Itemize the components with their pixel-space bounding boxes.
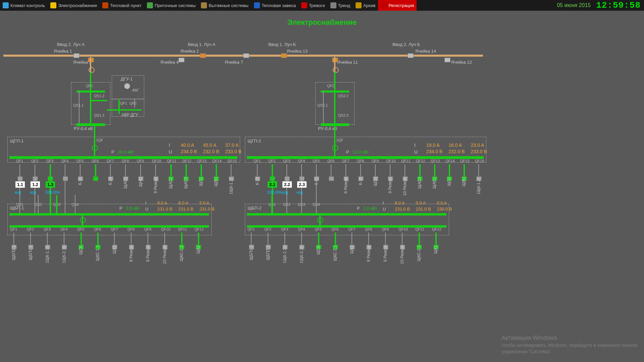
feeder-qf[interactable]: QF7 xyxy=(111,227,118,231)
feeder-qf[interactable]: QF14 xyxy=(212,159,222,163)
feeder-qf[interactable]: QF2 xyxy=(31,159,38,163)
sw-qs11[interactable]: QS1.1 xyxy=(73,103,84,107)
breaker-icon[interactable] xyxy=(243,53,249,58)
load-icon[interactable] xyxy=(17,176,23,181)
sw-1qf-l[interactable]: 1QF xyxy=(96,138,103,142)
feeder-qf[interactable]: QF3 xyxy=(46,159,53,163)
closed-breaker-icon[interactable] xyxy=(332,145,338,151)
feeder-qf[interactable]: QF1 xyxy=(10,227,17,231)
nav-1[interactable]: Электроснабжение xyxy=(48,0,100,11)
feeder-qf[interactable]: QF12 xyxy=(182,159,192,163)
load-icon[interactable] xyxy=(93,176,98,181)
feeder-qf[interactable]: QF2 xyxy=(27,227,34,231)
nav-8[interactable]: Архив xyxy=(353,0,378,11)
feeder-qf[interactable]: QF10 xyxy=(161,227,170,231)
feeder-qf[interactable]: QF7 xyxy=(107,159,114,163)
feeder-qf[interactable]: QF15 xyxy=(460,159,470,163)
breaker-icon[interactable] xyxy=(281,53,287,58)
ups-tag[interactable]: 1.3 xyxy=(46,181,55,188)
sw-1qf-r[interactable]: 1QF xyxy=(336,138,343,142)
feeder-qf[interactable]: QF9 xyxy=(144,227,151,231)
feeder-qf[interactable]: QF5 xyxy=(76,159,84,163)
feeder-qf[interactable]: QF9 xyxy=(372,159,379,163)
feeder-qf[interactable]: QF10 xyxy=(386,159,396,163)
sw-qs21[interactable]: QS2.1 xyxy=(317,103,328,107)
breaker-icon[interactable] xyxy=(408,53,414,58)
feeder-qf[interactable]: QF3 xyxy=(281,227,288,231)
nav-3[interactable]: Приточные системы xyxy=(144,0,198,11)
feeder-qf[interactable]: QF1 xyxy=(16,159,23,163)
feeder-qf[interactable]: QF3 xyxy=(283,159,290,163)
feeder-qf[interactable]: QF5 xyxy=(315,227,322,231)
load-icon[interactable] xyxy=(33,176,38,181)
nav-5[interactable]: Тепловая завеса xyxy=(251,0,299,11)
feeder-qf[interactable]: QF7 xyxy=(342,159,349,163)
feeder-qf[interactable]: QF6 xyxy=(327,159,334,163)
feeder-qf[interactable]: QF9 xyxy=(382,227,389,231)
ups-tag[interactable]: 2.3 xyxy=(297,181,307,188)
nav-0[interactable]: Климат-контроль xyxy=(0,0,48,11)
breaker-icon[interactable] xyxy=(73,53,79,58)
closed-breaker-icon[interactable] xyxy=(92,145,98,151)
sw-qs23[interactable]: QS2.3 xyxy=(338,113,348,117)
closed-breaker-icon[interactable] xyxy=(317,217,323,223)
sw-qf1[interactable]: QF1 xyxy=(86,84,93,88)
breaker-icon[interactable] xyxy=(444,58,450,62)
feeder-qf[interactable]: QF11 xyxy=(178,227,187,231)
ups-tag[interactable]: 2.1 xyxy=(268,181,277,188)
sw-qs22[interactable]: QS2.2 xyxy=(338,94,348,98)
feeder-qf[interactable]: QF4 xyxy=(298,227,305,231)
feeder-qf[interactable]: QF8 xyxy=(127,227,135,231)
sw-dqf1[interactable]: QF1 xyxy=(120,101,127,105)
feeder-qf[interactable]: QF4 xyxy=(298,159,305,163)
feeder-qf[interactable]: QF1 xyxy=(248,227,255,231)
nav-4[interactable]: Вытяжные системы xyxy=(198,0,251,11)
feeder-qf[interactable]: QF13 xyxy=(197,159,207,163)
feeder-qf[interactable]: QF5 xyxy=(77,227,84,231)
feeder-qf[interactable]: QF12 xyxy=(195,227,204,231)
feeder-qf[interactable]: QF2 xyxy=(268,159,275,163)
feeder-qf[interactable]: QF13 xyxy=(431,159,440,163)
feeder-qf[interactable]: QF12 xyxy=(432,227,441,231)
feeder-qf[interactable]: QF11 xyxy=(415,227,425,231)
feeder-qf[interactable]: QF6 xyxy=(92,159,99,163)
ups-tag[interactable]: 2.2 xyxy=(282,181,292,188)
breaker-icon[interactable] xyxy=(200,53,206,58)
feeder-qf[interactable]: QF2 xyxy=(264,227,271,231)
feeder-qf[interactable]: QF11 xyxy=(401,159,411,163)
feeder-qf[interactable]: QF9 xyxy=(137,159,144,163)
feeder-qf[interactable]: QF3 xyxy=(44,227,51,231)
load-icon[interactable] xyxy=(284,176,290,181)
sw-qs13[interactable]: QS1.3 xyxy=(94,113,104,117)
sw-dqf2[interactable]: QF2 xyxy=(129,101,137,105)
sw-qf2[interactable]: QF2 xyxy=(327,84,334,88)
feeder-qf[interactable]: QF16 xyxy=(475,159,484,163)
ups-tag[interactable]: 1.2 xyxy=(31,181,40,188)
ups-tag[interactable]: 1.1 xyxy=(15,181,25,188)
feeder-qf[interactable]: QF10 xyxy=(152,159,161,163)
feeder-qf[interactable]: QF8 xyxy=(357,159,364,163)
feeder-qf[interactable]: QF4 xyxy=(60,227,67,231)
feeder-qf[interactable]: QF6 xyxy=(94,227,101,231)
feeder-qf[interactable]: QF15 xyxy=(227,159,237,163)
feeder-qf[interactable]: QF8 xyxy=(122,159,129,163)
feeder-qf[interactable]: QF7 xyxy=(348,227,355,231)
closed-breaker-icon[interactable] xyxy=(80,217,86,223)
feeder-qf[interactable]: QF5 xyxy=(313,159,320,163)
nav-7[interactable]: Тренд xyxy=(328,0,353,11)
feeder-qf[interactable]: QF10 xyxy=(398,227,408,231)
feeder-qf[interactable]: QF11 xyxy=(167,159,176,163)
feeder-qf[interactable]: QF1 xyxy=(254,159,261,163)
feeder-qf[interactable]: QF14 xyxy=(445,159,455,163)
breaker-icon[interactable] xyxy=(178,58,184,62)
nav-2[interactable]: Тепловой пункт xyxy=(100,0,144,11)
nav-6[interactable]: Тревоги xyxy=(299,0,328,11)
load-icon[interactable] xyxy=(329,176,334,181)
load-icon[interactable] xyxy=(63,176,68,181)
sw-qs12[interactable]: QS1.2 xyxy=(94,94,104,98)
feeder-qf[interactable]: QF4 xyxy=(61,159,68,163)
load-icon[interactable] xyxy=(299,176,305,181)
feeder-qf[interactable]: QF8 xyxy=(365,227,372,231)
feeder-qf[interactable]: QF12 xyxy=(416,159,425,163)
nav-9[interactable]: Регистрация xyxy=(378,0,417,11)
